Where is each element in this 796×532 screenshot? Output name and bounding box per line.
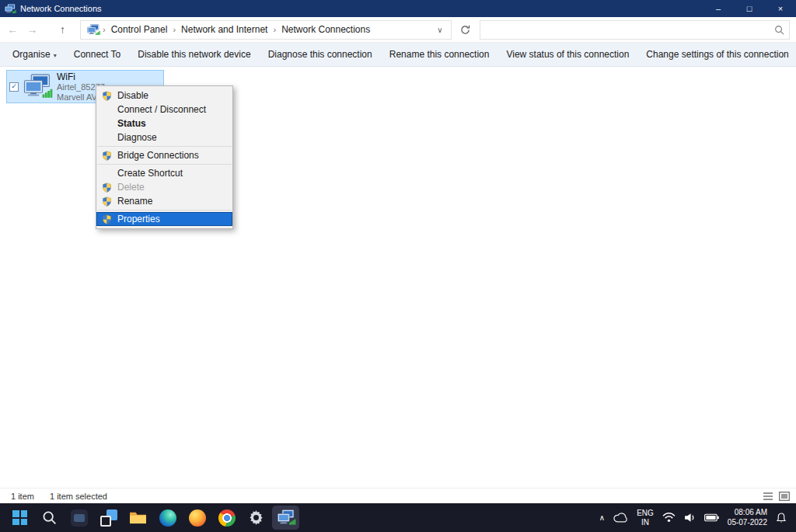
item-checkbox[interactable]: ✓ (9, 82, 19, 92)
context-menu-item-delete[interactable]: Delete (96, 180, 232, 194)
up-button[interactable]: ↑ (53, 20, 72, 40)
network-connections-icon (4, 4, 16, 14)
uac-shield-icon (96, 214, 117, 224)
context-menu-item-create-shortcut[interactable]: Create Shortcut (96, 166, 232, 180)
network-connections-icon (86, 24, 100, 36)
windows-logo-icon (12, 510, 27, 525)
context-menu-item-properties[interactable]: Properties (96, 212, 232, 226)
uac-shield-icon (96, 196, 117, 207)
start-button[interactable] (6, 506, 33, 530)
back-button[interactable]: ← (3, 20, 23, 40)
language-indicator[interactable]: ENG IN (637, 509, 654, 527)
diagnose-connection-button[interactable]: Diagnose this connection (260, 49, 381, 60)
photos-icon (71, 509, 88, 527)
command-bar: Organise▾ Connect To Disable this networ… (0, 43, 796, 67)
breadcrumb-control-panel[interactable]: Control Panel (106, 24, 173, 35)
context-menu-item-disable[interactable]: Disable (96, 89, 232, 103)
battery-icon[interactable] (704, 513, 719, 522)
wifi-adapter-icon (22, 74, 53, 99)
tray-time: 08:06 AM (728, 508, 767, 518)
item-count: 1 item (11, 492, 34, 501)
thumbnail-view-icon[interactable] (779, 492, 790, 501)
context-menu: Disable Connect / Disconnect Status Diag… (96, 85, 233, 229)
change-settings-button[interactable]: Change settings of this connection (637, 49, 796, 60)
window-title: Network Connections (20, 4, 102, 13)
search-box[interactable] (480, 20, 790, 40)
folder-icon (129, 510, 147, 525)
breadcrumb-network-and-internet[interactable]: Network and Internet (176, 24, 273, 35)
context-menu-item-bridge-connections[interactable]: Bridge Connections (96, 148, 232, 162)
search-icon (42, 510, 57, 525)
context-menu-item-rename[interactable]: Rename (96, 194, 232, 208)
search-icon (774, 25, 784, 35)
chevron-down-icon: ▾ (54, 52, 57, 59)
status-bar: 1 item 1 item selected (0, 488, 796, 503)
organise-menu-button[interactable]: Organise▾ (4, 49, 65, 60)
taskbar: ∧ ENG IN 08:06 AM 05-07-2022 (0, 503, 796, 532)
settings-button[interactable] (243, 506, 270, 530)
volume-icon[interactable] (684, 513, 696, 523)
edge-icon (159, 509, 176, 527)
onedrive-cloud-icon[interactable] (613, 513, 628, 523)
task-view-button[interactable] (95, 506, 122, 530)
refresh-icon (460, 25, 470, 35)
minimize-button[interactable]: – (703, 0, 734, 17)
breadcrumb-network-connections[interactable]: Network Connections (276, 24, 375, 35)
adapter-name: WiFi (57, 71, 105, 82)
notifications-bell-icon[interactable] (776, 512, 787, 523)
wifi-status-icon[interactable] (662, 513, 676, 523)
menu-separator (97, 210, 232, 210)
photos-app-button[interactable] (65, 506, 93, 530)
tray-date: 05-07-2022 (728, 518, 767, 528)
context-menu-item-status[interactable]: Status (96, 116, 232, 130)
firefox-icon (189, 509, 206, 527)
selected-count: 1 item selected (50, 492, 107, 501)
clock[interactable]: 08:06 AM 05-07-2022 (728, 508, 767, 527)
navigation-bar: ← → ↑ › Control Panel › Network and Inte… (0, 17, 796, 43)
network-connections-icon (276, 509, 296, 526)
task-view-icon (100, 509, 117, 527)
taskbar-search-button[interactable] (36, 506, 63, 530)
menu-separator (97, 146, 232, 147)
refresh-button[interactable] (455, 20, 475, 40)
uac-shield-icon (96, 91, 117, 101)
gear-icon (248, 509, 264, 526)
chrome-icon (218, 509, 236, 527)
context-menu-item-diagnose[interactable]: Diagnose (96, 130, 232, 144)
details-view-icon[interactable] (763, 492, 773, 501)
address-bar[interactable]: › Control Panel › Network and Internet ›… (80, 20, 452, 40)
uac-shield-icon (96, 183, 117, 193)
network-connections-app-button[interactable] (272, 506, 299, 530)
uac-shield-icon (96, 151, 117, 161)
maximize-button[interactable]: □ (734, 0, 765, 17)
forward-button[interactable]: → (23, 20, 42, 40)
view-status-button[interactable]: View status of this connection (498, 49, 637, 60)
search-input[interactable] (485, 24, 774, 35)
disable-device-button[interactable]: Disable this network device (129, 49, 259, 60)
edge-browser-button[interactable] (154, 506, 181, 530)
file-list-area[interactable]: ✓ WiFi Airtel_85277 Marvell AVA Disable … (0, 67, 796, 488)
address-dropdown-icon[interactable]: ∨ (432, 26, 448, 34)
rename-connection-button[interactable]: Rename this connection (381, 49, 498, 60)
context-menu-item-connect-disconnect[interactable]: Connect / Disconnect (96, 103, 232, 116)
title-bar: Network Connections – □ × (0, 0, 796, 17)
firefox-browser-button[interactable] (183, 506, 211, 530)
connect-to-button[interactable]: Connect To (65, 49, 130, 60)
file-explorer-button[interactable] (124, 506, 152, 530)
close-button[interactable]: × (765, 0, 796, 17)
menu-separator (97, 164, 232, 165)
tray-overflow-chevron[interactable]: ∧ (599, 513, 605, 522)
chrome-browser-button[interactable] (213, 506, 240, 530)
